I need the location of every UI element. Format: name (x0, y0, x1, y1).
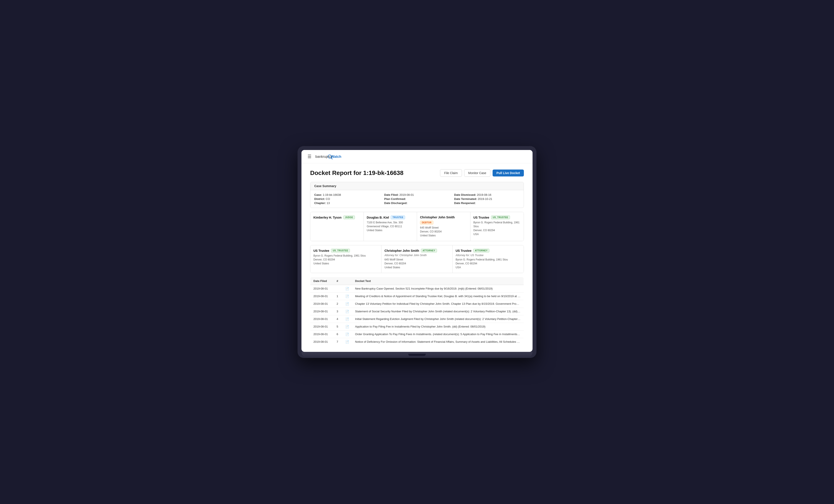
col-num: # (334, 277, 342, 285)
party-attorney-trustee: US Trustee ATTORNEY Attorney for: US Tru… (453, 245, 524, 273)
trustee-address: 7100 E Belleview Ave, Ste. 300Greenwood … (367, 221, 414, 232)
docket-table-header-row: Date Filed # Docket Text (310, 277, 524, 285)
docket-doc-cell[interactable]: 📄 (342, 308, 352, 315)
attorney-trustee-badge: ATTORNEY (473, 249, 489, 252)
us-trustee-1-badge: US_TRUSTEE (491, 215, 510, 219)
monitor-case-button[interactable]: Monitor Case (464, 169, 490, 177)
attorney-smith-badge: ATTORNEY (421, 249, 437, 252)
debtor-badge: DEBTOR (420, 221, 433, 225)
docket-date: 2019-08-01 (310, 285, 334, 293)
docket-doc-cell[interactable]: 📄 (342, 323, 352, 330)
header-actions: File Claim Monitor Case Pull Live Docket (440, 169, 524, 177)
trustee-badge: TRUSTEE (391, 215, 405, 219)
docket-row: 2019-08-01 2 📄 Chapter 13 Voluntary Peti… (310, 300, 524, 308)
docket-num: 4 (334, 315, 342, 323)
docket-doc-cell[interactable]: 📄 (342, 338, 352, 346)
party-debtor: Christopher John Smith DEBTOR 645 Wolff … (417, 212, 470, 241)
docket-text: Initial Statement Regarding Eviction Jud… (352, 315, 524, 323)
document-icon[interactable]: 📄 (345, 340, 349, 344)
docket-date: 2019-08-01 (310, 330, 334, 338)
docket-num: 7 (334, 338, 342, 346)
docket-num: 5 (334, 323, 342, 330)
docket-date: 2019-08-01 (310, 300, 334, 308)
docket-text: New Bankruptcy Case Opened. Section 521 … (352, 285, 524, 293)
plan-confirmed: Plan Confirmed: (384, 197, 450, 201)
laptop-notch (408, 354, 426, 356)
parties-bottom-row: US Trustee US_TRUSTEE Byron G. Rogers Fe… (310, 245, 524, 273)
docket-date: 2019-08-01 (310, 308, 334, 315)
us-trustee-2-badge: US_TRUSTEE (331, 249, 350, 252)
docket-date: 2019-08-01 (310, 323, 334, 330)
docket-row: 2019-08-01 📄 New Bankruptcy Case Opened.… (310, 285, 524, 293)
docket-doc-cell[interactable]: 📄 (342, 300, 352, 308)
us-trustee-1-name: US Trustee (474, 216, 489, 219)
svg-text:bankruptcy: bankruptcy (315, 155, 332, 158)
docket-row: 2019-08-01 5 📄 Application to Pay Filing… (310, 323, 524, 330)
debtor-name: Christopher John Smith (420, 215, 455, 219)
logo: bankruptcy Watch (315, 153, 342, 160)
case-info-col-2: Date Filed: 2019-08-01 Plan Confirmed: D… (384, 193, 450, 205)
document-icon[interactable]: 📄 (345, 287, 349, 291)
date-dismissed: Date Dismissed: 2019-08-16 (454, 193, 520, 197)
trustee-name: Douglas B. Kiel (367, 216, 389, 219)
case-district: District: CO (314, 197, 380, 201)
document-icon[interactable]: 📄 (345, 295, 349, 298)
docket-num (334, 285, 342, 293)
debtor-address: 645 Wolff StreetDenver, CO 80204United S… (420, 226, 467, 237)
docket-doc-cell[interactable]: 📄 (342, 315, 352, 323)
party-us-trustee-2: US Trustee US_TRUSTEE Byron G. Rogers Fe… (310, 245, 381, 273)
document-icon[interactable]: 📄 (345, 302, 349, 305)
docket-num: 2 (334, 300, 342, 308)
col-docket-text: Docket Text (352, 277, 524, 285)
docket-text: Statement of Social Security Number File… (352, 308, 524, 315)
logo-svg: bankruptcy Watch (315, 153, 342, 160)
docket-table: Date Filed # Docket Text 2019-08-01 📄 Ne… (310, 277, 524, 346)
case-summary-body: Case: 1:19-bk-16638 District: CO Chapter… (310, 190, 524, 208)
date-reopened: Date Reopened: (454, 201, 520, 205)
party-attorney-smith: Christopher John Smith ATTORNEY Attorney… (381, 245, 453, 273)
col-date-filed: Date Filed (310, 277, 334, 285)
us-trustee-1-address: Byron G. Rogers Federal Building, 1961 S… (474, 221, 521, 236)
date-terminated: Date Terminated: 2019-10-21 (454, 197, 520, 201)
file-claim-button[interactable]: File Claim (440, 169, 462, 177)
docket-text: Notice of Deficiency For Omission of Inf… (352, 338, 524, 346)
case-info-col-3: Date Dismissed: 2019-08-16 Date Terminat… (454, 193, 520, 205)
docket-doc-cell[interactable]: 📄 (342, 285, 352, 293)
document-icon[interactable]: 📄 (345, 325, 349, 328)
case-summary-section: Case Summary Case: 1:19-bk-16638 Distric… (310, 182, 524, 208)
docket-doc-cell[interactable]: 📄 (342, 293, 352, 300)
us-trustee-2-name: US Trustee (313, 249, 329, 252)
party-judge: Kimberley H. Tyson JUDGE (310, 212, 364, 241)
attorney-smith-address: 645 Wolff StreetDenver, CO 80204United S… (385, 258, 449, 269)
docket-text: Chapter 13 Voluntary Petition for Indivi… (352, 300, 524, 308)
docket-text: Order Granting Application To Pay Filing… (352, 330, 524, 338)
docket-doc-cell[interactable]: 📄 (342, 330, 352, 338)
document-icon[interactable]: 📄 (345, 310, 349, 313)
judge-badge: JUDGE (343, 215, 355, 219)
parties-top-row: Kimberley H. Tyson JUDGE Douglas B. Kiel… (310, 212, 524, 241)
docket-row: 2019-08-01 7 📄 Notice of Deficiency For … (310, 338, 524, 346)
col-doc-icon (342, 277, 352, 285)
docket-num: 1 (334, 293, 342, 300)
case-number: Case: 1:19-bk-16638 (314, 193, 380, 197)
docket-date: 2019-08-01 (310, 293, 334, 300)
case-info-col-1: Case: 1:19-bk-16638 District: CO Chapter… (314, 193, 380, 205)
case-chapter: Chapter: 13 (314, 201, 380, 205)
docket-text: Application to Pay Filing Fee in Install… (352, 323, 524, 330)
page-title: Docket Report for 1:19-bk-16638 (310, 169, 403, 177)
party-us-trustee-1: US Trustee US_TRUSTEE Byron G. Rogers Fe… (470, 212, 524, 241)
docket-row: 2019-08-01 1 📄 Meeting of Creditors & No… (310, 293, 524, 300)
docket-num: 3 (334, 308, 342, 315)
pull-live-docket-button[interactable]: Pull Live Docket (492, 169, 524, 177)
attorney-smith-name: Christopher John Smith (385, 249, 419, 252)
hamburger-icon[interactable]: ☰ (308, 154, 311, 159)
page-header: Docket Report for 1:19-bk-16638 File Cla… (310, 169, 524, 177)
us-trustee-2-address: Byron G. Rogers Federal Building, 1961 S… (313, 254, 378, 266)
judge-name: Kimberley H. Tyson (313, 216, 342, 219)
party-trustee: Douglas B. Kiel TRUSTEE 7100 E Belleview… (364, 212, 417, 241)
document-icon[interactable]: 📄 (345, 333, 349, 336)
document-icon[interactable]: 📄 (345, 317, 349, 321)
laptop-base (302, 352, 532, 358)
main-content: Docket Report for 1:19-bk-16638 File Cla… (302, 163, 532, 352)
date-discharged: Date Discharged: (384, 201, 450, 205)
